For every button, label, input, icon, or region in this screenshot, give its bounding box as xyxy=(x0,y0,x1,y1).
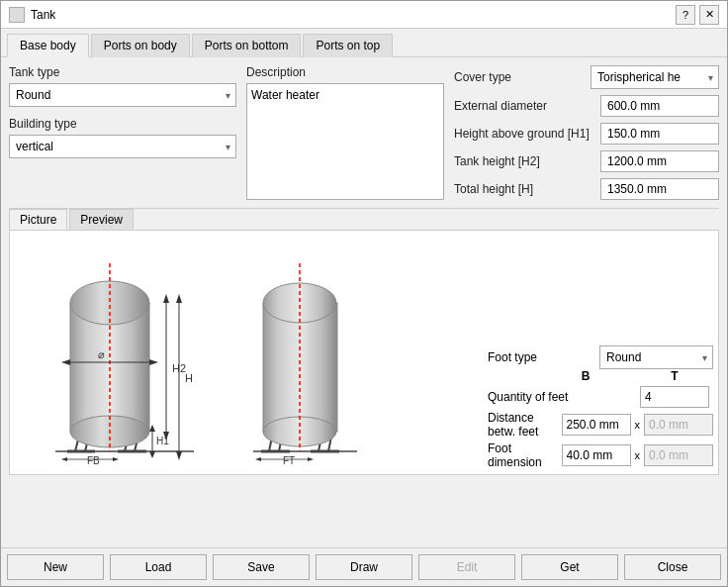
tank-height-input[interactable] xyxy=(600,150,719,172)
foot-dimension-b-input[interactable] xyxy=(562,444,631,466)
svg-marker-21 xyxy=(176,451,182,460)
main-content: Tank type Round Building type vertical D… xyxy=(1,57,727,547)
height-above-ground-input[interactable] xyxy=(600,123,719,145)
dimension-x-label: x xyxy=(635,449,641,461)
cover-type-label: Cover type xyxy=(454,70,591,84)
tab-bar: Base body Ports on body Ports on bottom … xyxy=(1,29,727,57)
tank-type-select[interactable]: Round xyxy=(9,83,236,107)
svg-marker-16 xyxy=(163,294,169,303)
building-type-wrapper: vertical xyxy=(9,135,236,158)
get-button[interactable]: Get xyxy=(521,554,618,580)
left-panel: Tank type Round Building type vertical xyxy=(9,65,236,200)
tab-ports-on-body[interactable]: Ports on body xyxy=(91,34,190,57)
svg-marker-25 xyxy=(149,451,155,458)
svg-marker-30 xyxy=(113,457,119,461)
foot-dimension-row: Foot dimension x xyxy=(488,441,713,469)
quantity-feet-label: Quantity of feet xyxy=(488,390,640,404)
cover-type-wrapper: Torispherical he xyxy=(591,65,719,89)
distance-x-label: x xyxy=(635,419,641,431)
description-box: Water heater xyxy=(246,83,444,200)
bottom-buttons: New Load Save Draw Edit Get Close xyxy=(1,547,727,586)
svg-marker-45 xyxy=(308,457,314,461)
svg-text:H1: H1 xyxy=(156,436,169,446)
close-button[interactable]: Close xyxy=(624,554,721,580)
foot-dimension-label: Foot dimension xyxy=(488,441,562,469)
svg-marker-12 xyxy=(61,359,70,365)
external-diameter-label: External diameter xyxy=(454,99,600,113)
svg-text:⌀: ⌀ xyxy=(98,348,105,360)
picture-tab-bar: Picture Preview xyxy=(9,209,719,230)
foot-dimension-t-input xyxy=(644,444,713,466)
cover-type-row: Cover type Torispherical he xyxy=(454,65,719,89)
svg-text:FB: FB xyxy=(87,455,100,466)
svg-marker-13 xyxy=(149,359,158,365)
height-above-ground-row: Height above ground [H1] xyxy=(454,123,719,145)
foot-type-select[interactable]: Round xyxy=(599,345,713,369)
tanks-area: ⌀ H2 H H xyxy=(9,230,719,475)
distance-feet-t-input xyxy=(644,414,713,436)
preview-tab[interactable]: Preview xyxy=(69,209,134,230)
new-button[interactable]: New xyxy=(7,554,104,580)
edit-button[interactable]: Edit xyxy=(418,554,515,580)
foot-type-row: Foot type Round xyxy=(488,345,713,369)
tab-ports-on-bottom[interactable]: Ports on bottom xyxy=(192,34,302,57)
svg-text:H: H xyxy=(185,372,193,384)
svg-text:FT: FT xyxy=(283,455,295,466)
close-window-button[interactable]: ✕ xyxy=(699,5,719,25)
quantity-feet-row: Quantity of feet xyxy=(488,386,713,408)
tank-diagram-2: FT xyxy=(243,239,372,466)
svg-marker-20 xyxy=(176,294,182,303)
quantity-feet-input[interactable] xyxy=(640,386,709,408)
top-section: Tank type Round Building type vertical D… xyxy=(9,65,719,200)
height-above-ground-label: Height above ground [H1] xyxy=(454,127,600,141)
description-label: Description xyxy=(246,65,444,79)
app-icon xyxy=(9,7,25,23)
tank-height-row: Tank height [H2] xyxy=(454,150,719,172)
picture-container: Picture Preview xyxy=(9,208,719,475)
external-diameter-input[interactable] xyxy=(600,95,719,117)
title-bar: Tank ? ✕ xyxy=(1,1,727,29)
building-type-select[interactable]: vertical xyxy=(9,135,236,158)
tab-base-body[interactable]: Base body xyxy=(7,34,89,57)
total-height-row: Total height [H] xyxy=(454,178,719,200)
tank-type-label: Tank type xyxy=(9,65,236,79)
picture-tab[interactable]: Picture xyxy=(9,209,67,230)
cover-type-select[interactable]: Torispherical he xyxy=(591,65,719,89)
external-diameter-row: External diameter xyxy=(454,95,719,117)
building-type-label: Building type xyxy=(9,117,236,131)
svg-marker-29 xyxy=(61,457,67,461)
distance-feet-b-input[interactable] xyxy=(562,414,631,436)
tank-diagram-1: ⌀ H2 H H xyxy=(26,239,224,466)
save-button[interactable]: Save xyxy=(213,554,310,580)
svg-point-39 xyxy=(263,283,336,323)
svg-marker-44 xyxy=(255,457,261,461)
foot-controls: Foot type Round B T Quan xyxy=(482,340,719,475)
col-b-header: B xyxy=(551,369,620,383)
tank-type-wrapper: Round xyxy=(9,83,236,107)
mid-panel: Description Water heater xyxy=(246,65,444,200)
description-value: Water heater xyxy=(251,88,319,102)
draw-button[interactable]: Draw xyxy=(316,554,412,580)
right-panel: Cover type Torispherical he External dia… xyxy=(454,65,719,200)
svg-marker-24 xyxy=(149,425,155,432)
main-window: Tank ? ✕ Base body Ports on body Ports o… xyxy=(0,0,728,587)
col-t-header: T xyxy=(640,369,709,383)
total-height-label: Total height [H] xyxy=(454,182,600,196)
help-button[interactable]: ? xyxy=(676,5,695,25)
distance-feet-row: Distance betw. feet x xyxy=(488,411,713,439)
foot-type-label: Foot type xyxy=(488,350,599,364)
load-button[interactable]: Load xyxy=(110,554,207,580)
distance-feet-label: Distance betw. feet xyxy=(488,411,562,439)
total-height-input[interactable] xyxy=(600,178,719,200)
window-title: Tank xyxy=(31,8,55,22)
tab-ports-on-top[interactable]: Ports on top xyxy=(303,34,393,57)
tank-height-label: Tank height [H2] xyxy=(454,154,600,168)
